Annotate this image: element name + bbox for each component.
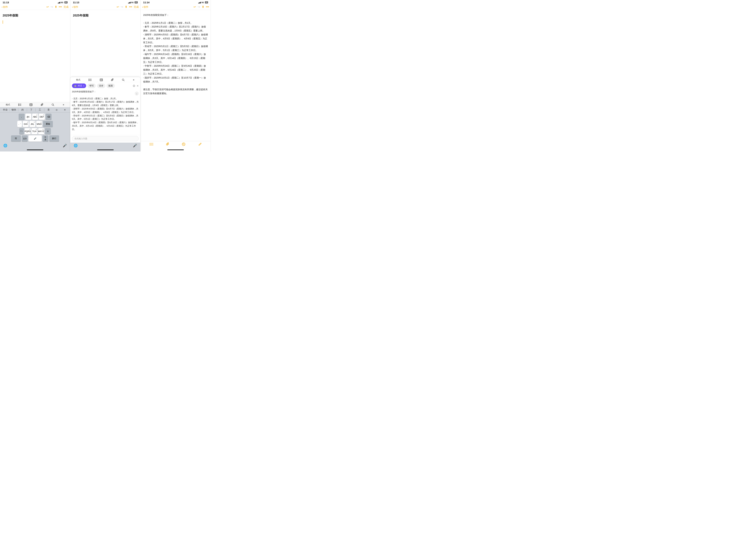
back-button-3[interactable]: ‹ 创作 xyxy=(142,5,148,9)
note-content-3[interactable]: 2025年的假期安排如下： - 元旦：2025年1月1日（星期二）放假，共1天。… xyxy=(140,10,211,141)
key-fu[interactable]: 符 xyxy=(11,135,21,142)
svg-line-34 xyxy=(184,145,184,145)
svg-point-0 xyxy=(18,104,19,104)
signal-bar xyxy=(60,2,60,3)
key-jkl[interactable]: JKL5 xyxy=(29,121,35,127)
chat-attach-btn[interactable] xyxy=(111,78,114,81)
svg-point-4 xyxy=(18,105,19,106)
suggest-0[interactable]: 作业 xyxy=(1,108,9,112)
chat-close-btn[interactable]: ✕ xyxy=(137,84,139,87)
signal-bar xyxy=(200,2,201,3)
key-mic[interactable]: 🎤 xyxy=(28,135,42,142)
key-ghi[interactable]: GHI4 xyxy=(23,121,29,127)
close-btn-1[interactable]: ✕ xyxy=(63,104,64,106)
compose-icon-3[interactable] xyxy=(198,143,202,147)
key-def[interactable]: DEF3 xyxy=(39,114,45,120)
key-zero[interactable]: 0 xyxy=(45,128,51,134)
done-button-1[interactable]: 完成 xyxy=(64,5,69,9)
chat-messages[interactable]: 2025年的假期安排如下： - 元旦：2025年1月1日（星期二）放假，共1天。… xyxy=(70,89,140,135)
suggest-1[interactable]: 愉快 xyxy=(10,108,18,112)
panel-3: 11:14 5G 83 ‹ 创作 ↩ ↪ ⬆ ••• 2025年的假期安排如下：… xyxy=(140,0,211,152)
checklist-icon-3[interactable] xyxy=(150,143,153,147)
5g-label-2: 5G xyxy=(131,1,134,3)
undo-icon-3[interactable]: ↩ xyxy=(194,5,196,9)
list-btn-1[interactable] xyxy=(18,104,21,106)
suggest-search-icon[interactable]: ⊙ xyxy=(53,108,61,112)
globe-icon-2[interactable]: 🌐 xyxy=(74,144,78,148)
note-title-1[interactable]: 2025年假期 xyxy=(3,13,68,18)
key-abc[interactable]: ABC2 xyxy=(32,114,38,120)
suggest-3[interactable]: 了 xyxy=(27,108,35,112)
chat-tabs: 🤖 对话 ▾ 帮写 语录 配图 ⊙ ✕ xyxy=(70,82,140,89)
more-icon-1[interactable]: ••• xyxy=(59,5,62,9)
chat-format-btn[interactable]: 格式 xyxy=(76,78,80,81)
key-mno[interactable]: MNO6 xyxy=(36,121,42,127)
camera-icon[interactable]: ⊙ xyxy=(133,84,135,88)
svg-point-15 xyxy=(89,80,89,80)
chat-input[interactable]: 在此输入问题 xyxy=(72,136,139,141)
key-123[interactable]: 123 xyxy=(22,135,28,142)
suggest-5[interactable]: 里 xyxy=(45,108,53,112)
key-wxyz[interactable]: WXYZ9 xyxy=(38,128,44,134)
status-bar-2: 11:13 5G 83 xyxy=(70,0,140,4)
back-button-1[interactable]: ‹ 创作 xyxy=(2,5,8,9)
table-btn-1[interactable] xyxy=(29,103,32,106)
paperclip-icon-3[interactable] xyxy=(166,143,169,147)
sep xyxy=(44,108,44,111)
5g-label-1: 5G xyxy=(61,1,63,3)
mic-icon-1[interactable]: 🎤 xyxy=(63,144,67,148)
status-time-1: 11:13 xyxy=(3,1,9,4)
globe-icon-1[interactable]: 🌐 xyxy=(3,144,7,148)
chat-search-btn[interactable] xyxy=(122,79,125,81)
key-tuv[interactable]: TUV8 xyxy=(31,128,37,134)
redo-icon-1[interactable]: ↪ xyxy=(51,5,53,9)
key-period[interactable]: 。° xyxy=(17,121,22,127)
share-icon-3[interactable]: ⬆ xyxy=(202,5,204,9)
suggest-close[interactable]: ✕ xyxy=(61,108,69,112)
status-time-2: 11:13 xyxy=(73,1,79,4)
dialog-dropdown[interactable]: ▾ xyxy=(83,85,84,87)
back-label-2: 创作 xyxy=(73,5,78,9)
status-icons-1: 5G 84 xyxy=(58,1,68,3)
chat-tab-dialog[interactable]: 🤖 对话 ▾ xyxy=(72,84,86,88)
key-q[interactable]: ？！ xyxy=(19,128,24,134)
search-btn-1[interactable] xyxy=(52,103,54,106)
key-backspace[interactable]: ⌫ xyxy=(46,114,52,120)
svg-point-2 xyxy=(18,104,19,105)
chat-list-btn[interactable] xyxy=(89,79,92,81)
key-chongru[interactable]: 重输 xyxy=(43,121,53,127)
suggest-4[interactable]: 工 xyxy=(36,108,44,112)
chat-table-btn[interactable] xyxy=(100,79,103,81)
redo-icon-2[interactable]: ↪ xyxy=(121,5,123,9)
chat-tab-quote[interactable]: 语录 xyxy=(97,84,105,88)
undo-icon-2[interactable]: ↩ xyxy=(117,5,119,9)
undo-icon-1[interactable]: ↩ xyxy=(46,5,49,9)
redo-icon-3[interactable]: ↪ xyxy=(198,5,200,9)
format-btn-1[interactable]: 格式 xyxy=(6,103,10,106)
share-icon-2[interactable]: ⬆ xyxy=(125,5,127,9)
share-icon-1[interactable]: ⬆ xyxy=(55,5,57,9)
key-pqrs[interactable]: PQRS7 xyxy=(25,128,31,134)
note-title-2[interactable]: 2025年假期 xyxy=(73,13,138,18)
signal-bars-1 xyxy=(58,1,60,3)
key-zh-en[interactable]: 中英 xyxy=(42,135,48,142)
chat-tab-help[interactable]: 帮写 xyxy=(87,84,96,88)
5g-label-3: 5G xyxy=(201,1,204,3)
more-icon-3[interactable]: ••• xyxy=(206,5,209,9)
attach-btn-1[interactable] xyxy=(41,103,43,106)
back-label-3: 创作 xyxy=(143,5,148,9)
key-return[interactable]: 换行 xyxy=(49,135,59,142)
chat-close-toolbar-btn[interactable]: ✕ xyxy=(133,79,135,81)
search-circle-icon-3[interactable] xyxy=(182,143,185,147)
more-icon-2[interactable]: ••• xyxy=(129,5,132,9)
keyboard-row-1: 。° GHI4 JKL5 MNO6 重输 xyxy=(1,121,70,127)
key-at[interactable]: @/. xyxy=(25,114,31,120)
done-button-2[interactable]: 完成 xyxy=(134,5,139,9)
chat-tab-image[interactable]: 配图 xyxy=(107,84,115,88)
suggest-2[interactable]: 的 xyxy=(19,108,27,112)
mic-icon-2[interactable]: 🎤 xyxy=(133,144,137,148)
back-button-2[interactable]: ‹ 创作 xyxy=(72,5,78,9)
signal-bar xyxy=(129,2,129,3)
nav-icons-3: ↩ ↪ ⬆ ••• xyxy=(194,5,209,9)
key-comma[interactable]: ， xyxy=(19,114,25,120)
